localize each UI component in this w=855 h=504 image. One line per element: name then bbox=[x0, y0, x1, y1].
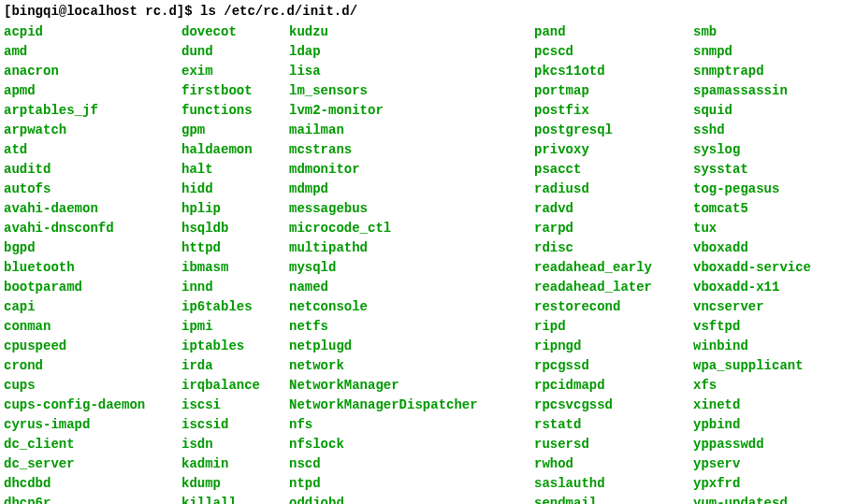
ls-entry: hsqldb bbox=[181, 219, 289, 238]
ls-entry: rusersd bbox=[534, 435, 693, 454]
ls-entry: kadmin bbox=[181, 454, 289, 474]
ls-entry: acpid bbox=[4, 22, 181, 42]
ls-entry: tux bbox=[693, 219, 833, 238]
ls-entry: autofs bbox=[4, 180, 181, 199]
ls-entry: ntpd bbox=[289, 474, 534, 494]
ls-entry: NetworkManager bbox=[289, 376, 534, 396]
ls-entry: auditd bbox=[4, 160, 181, 180]
ls-entry: netplugd bbox=[289, 337, 534, 356]
ls-entry: ripngd bbox=[534, 337, 693, 356]
ls-entry: haldaemon bbox=[181, 140, 289, 160]
ls-entry: sysstat bbox=[693, 160, 833, 180]
ls-entry: ipmi bbox=[181, 317, 289, 337]
ls-entry: ypxfrd bbox=[693, 474, 833, 494]
ls-entry: kudzu bbox=[289, 22, 534, 42]
ls-entry: arptables_jf bbox=[4, 101, 181, 121]
ls-entry: mcstrans bbox=[289, 140, 534, 160]
ls-entry: crond bbox=[4, 356, 181, 376]
ls-entry: functions bbox=[181, 101, 289, 121]
ls-entry: snmptrapd bbox=[693, 62, 833, 81]
ls-entry: vboxadd bbox=[693, 238, 833, 258]
ls-entry: nscd bbox=[289, 454, 534, 474]
ls-column: kudzuldaplisalm_sensorslvm2-monitormailm… bbox=[289, 22, 534, 504]
ls-entry: dc_client bbox=[4, 435, 181, 454]
ls-entry: restorecond bbox=[534, 297, 693, 317]
ls-entry: yppasswdd bbox=[693, 435, 833, 454]
ls-entry: yum-updatesd bbox=[693, 494, 833, 504]
prompt-user-host: [bingqi@localhost rc.d]$ bbox=[4, 4, 193, 19]
ls-entry: ibmasm bbox=[181, 258, 289, 278]
ls-entry: avahi-dnsconfd bbox=[4, 219, 181, 238]
ls-entry: readahead_later bbox=[534, 278, 693, 297]
ls-entry: portmap bbox=[534, 81, 693, 101]
terminal-prompt-line: [bingqi@localhost rc.d]$ ls /etc/rc.d/in… bbox=[4, 4, 851, 19]
ls-entry: ripd bbox=[534, 317, 693, 337]
ls-entry: dc_server bbox=[4, 454, 181, 474]
ls-entry: named bbox=[289, 278, 534, 297]
ls-entry: firstboot bbox=[181, 81, 289, 101]
ls-entry: mysqld bbox=[289, 258, 534, 278]
ls-entry: psacct bbox=[534, 160, 693, 180]
ls-entry: radiusd bbox=[534, 180, 693, 199]
ls-column: pandpcscdpkcs11otdportmappostfixpostgres… bbox=[534, 22, 693, 504]
ls-entry: ypbind bbox=[693, 415, 833, 435]
ls-entry: cyrus-imapd bbox=[4, 415, 181, 435]
ls-entry: killall bbox=[181, 494, 289, 504]
ls-entry: rstatd bbox=[534, 415, 693, 435]
ls-entry: vboxadd-x11 bbox=[693, 278, 833, 297]
ls-entry: nfslock bbox=[289, 435, 534, 454]
ls-entry: postgresql bbox=[534, 121, 693, 140]
ls-entry: vboxadd-service bbox=[693, 258, 833, 278]
ls-entry: ip6tables bbox=[181, 297, 289, 317]
ls-entry: iscsid bbox=[181, 415, 289, 435]
ls-entry: pkcs11otd bbox=[534, 62, 693, 81]
ls-entry: hidd bbox=[181, 180, 289, 199]
ls-entry: anacron bbox=[4, 62, 181, 81]
ls-entry: postfix bbox=[534, 101, 693, 121]
ls-entry: rarpd bbox=[534, 219, 693, 238]
ls-entry: mdmpd bbox=[289, 180, 534, 199]
ls-entry: irqbalance bbox=[181, 376, 289, 396]
ls-entry: dund bbox=[181, 42, 289, 62]
ls-entry: vsftpd bbox=[693, 317, 833, 337]
ls-entry: winbind bbox=[693, 337, 833, 356]
ls-entry: innd bbox=[181, 278, 289, 297]
ls-entry: httpd bbox=[181, 238, 289, 258]
ls-entry: arpwatch bbox=[4, 121, 181, 140]
ls-entry: multipathd bbox=[289, 238, 534, 258]
ls-entry: wpa_supplicant bbox=[693, 356, 833, 376]
ls-entry: rpcidmapd bbox=[534, 376, 693, 396]
ls-entry: rpcgssd bbox=[534, 356, 693, 376]
ls-entry: cpuspeed bbox=[4, 337, 181, 356]
ls-entry: kdump bbox=[181, 474, 289, 494]
ls-entry: smb bbox=[693, 22, 833, 42]
ls-entry: spamassassin bbox=[693, 81, 833, 101]
ls-column: smbsnmpdsnmptrapdspamassassinsquidsshdsy… bbox=[693, 22, 833, 504]
ls-entry: cups bbox=[4, 376, 181, 396]
ls-entry: privoxy bbox=[534, 140, 693, 160]
ls-output-listing: acpidamdanacronapmdarptables_jfarpwatcha… bbox=[4, 22, 851, 504]
ls-entry: amd bbox=[4, 42, 181, 62]
ls-entry: netconsole bbox=[289, 297, 534, 317]
ls-entry: xinetd bbox=[693, 396, 833, 415]
ls-entry: capi bbox=[4, 297, 181, 317]
ls-entry: iptables bbox=[181, 337, 289, 356]
ls-entry: cups-config-daemon bbox=[4, 396, 181, 415]
ls-entry: bluetooth bbox=[4, 258, 181, 278]
ls-entry: bgpd bbox=[4, 238, 181, 258]
ls-entry: atd bbox=[4, 140, 181, 160]
ls-entry: oddjobd bbox=[289, 494, 534, 504]
ls-entry: rpcsvcgssd bbox=[534, 396, 693, 415]
ls-entry: gpm bbox=[181, 121, 289, 140]
ls-entry: tog-pegasus bbox=[693, 180, 833, 199]
ls-column: dovecotdundeximfirstbootfunctionsgpmhald… bbox=[181, 22, 289, 504]
ls-entry: iscsi bbox=[181, 396, 289, 415]
ls-entry: snmpd bbox=[693, 42, 833, 62]
ls-entry: pcscd bbox=[534, 42, 693, 62]
ls-entry: ldap bbox=[289, 42, 534, 62]
ls-entry: isdn bbox=[181, 435, 289, 454]
ls-entry: nfs bbox=[289, 415, 534, 435]
ls-entry: ypserv bbox=[693, 454, 833, 474]
ls-entry: saslauthd bbox=[534, 474, 693, 494]
ls-entry: dhcdbd bbox=[4, 474, 181, 494]
